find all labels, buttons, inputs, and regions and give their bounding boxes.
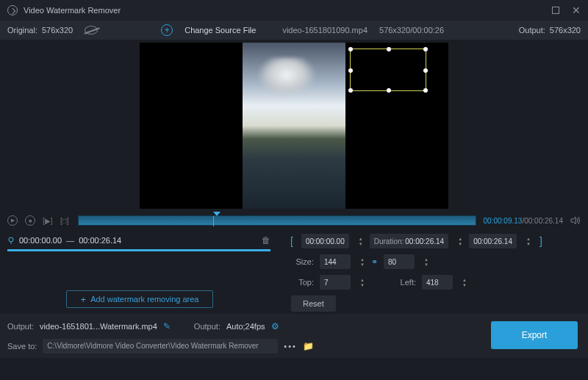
preview-area <box>0 40 588 212</box>
original-label: Original: <box>7 26 37 35</box>
close-button[interactable]: ✕ <box>572 6 581 15</box>
preview-toggle-icon[interactable] <box>85 26 98 35</box>
mark-in-button[interactable]: [▶] <box>43 216 53 225</box>
info-bar: Original: 576x320 + Change Source File v… <box>0 21 588 40</box>
segment-end: 00:00:26.14 <box>79 236 121 245</box>
parameters-panel: [ 00:00:00.00 ▲▼ Duration:00:00:26.14 ▲▼… <box>278 229 588 314</box>
segment-bar[interactable] <box>7 249 270 251</box>
footer-panel: Output: video-1651801...Watermark.mp4 ✎ … <box>0 314 588 358</box>
source-filename: video-1651801090.mp4 <box>282 26 368 35</box>
w-up[interactable]: ▲ <box>359 257 365 262</box>
dur-down[interactable]: ▼ <box>457 242 463 246</box>
left-input[interactable]: 418 <box>422 275 453 290</box>
l-up[interactable]: ▲ <box>462 278 467 282</box>
mark-out-button[interactable]: [□] <box>60 216 71 225</box>
play-button[interactable]: ▶ <box>7 215 18 226</box>
settings-icon[interactable]: ⚙ <box>271 321 279 331</box>
original-resolution: 576x320 <box>42 26 73 35</box>
change-source-button[interactable]: Change Source File <box>184 26 256 35</box>
reset-button[interactable]: Reset <box>291 295 336 312</box>
source-info: 576x320/00:00:26 <box>379 26 444 35</box>
output-label: Output: <box>519 26 545 35</box>
start-up[interactable]: ▲ <box>358 237 364 241</box>
app-title: Video Watermark Remover <box>24 6 121 15</box>
top-input[interactable]: 7 <box>320 275 351 290</box>
h-up[interactable]: ▲ <box>423 257 429 262</box>
browse-button[interactable]: ••• <box>284 342 297 351</box>
export-button[interactable]: Export <box>491 321 578 349</box>
output-filename: video-1651801...Watermark.mp4 <box>40 322 157 331</box>
time-display: 00:00:09.13/00:00:26.14 <box>484 217 563 225</box>
size-label: Size: <box>288 257 314 266</box>
timeline-slider[interactable] <box>78 215 476 226</box>
player-controls: ▶ ■ [▶] [□] 00:00:09.13/00:00:26.14 <box>0 212 588 229</box>
left-label: Left: <box>390 278 416 287</box>
bracket-out-button[interactable]: ] <box>537 235 545 247</box>
output-file-label: Output: <box>7 322 34 331</box>
save-path-input[interactable]: C:\Vidmore\Vidmore Video Converter\Video… <box>43 339 278 354</box>
title-bar: Video Watermark Remover ✕ <box>0 0 588 21</box>
w-down[interactable]: ▼ <box>359 262 365 267</box>
segment-start: 00:00:00.00 <box>19 236 62 245</box>
stop-button[interactable]: ■ <box>25 215 35 226</box>
add-source-icon[interactable]: + <box>161 24 173 36</box>
selection-box[interactable] <box>350 49 426 91</box>
save-to-label: Save to: <box>7 342 37 351</box>
video-canvas[interactable] <box>140 43 448 209</box>
app-icon <box>7 5 18 15</box>
delete-segment-icon[interactable]: 🗑 <box>262 235 270 245</box>
start-down[interactable]: ▼ <box>358 242 364 246</box>
svg-point-0 <box>9 237 13 242</box>
aspect-lock-icon[interactable]: ⚭ <box>371 257 378 267</box>
l-down[interactable]: ▼ <box>462 283 467 287</box>
output-resolution: 576x320 <box>550 26 581 35</box>
open-folder-icon[interactable]: 📁 <box>303 341 314 351</box>
output-format-label: Output: <box>194 322 220 331</box>
end-up[interactable]: ▲ <box>526 237 531 241</box>
h-down[interactable]: ▼ <box>423 262 429 267</box>
segments-panel: 00:00:00.00 — 00:00:26.14 🗑 + Add waterm… <box>0 229 278 314</box>
height-input[interactable]: 80 <box>384 254 415 269</box>
t-up[interactable]: ▲ <box>359 278 365 282</box>
resize-handle-nw[interactable] <box>348 47 353 51</box>
resize-handle-se[interactable] <box>423 88 428 93</box>
end-down[interactable]: ▼ <box>526 242 531 246</box>
end-time-input[interactable]: 00:00:26.14 <box>469 234 517 248</box>
volume-icon[interactable] <box>570 216 581 225</box>
resize-handle-e[interactable] <box>423 68 428 73</box>
top-label: Top: <box>288 278 314 287</box>
add-area-button[interactable]: + Add watermark removing area <box>66 290 213 308</box>
segment-row[interactable]: 00:00:00.00 — 00:00:26.14 🗑 <box>7 234 270 247</box>
video-frame <box>243 43 345 209</box>
resize-handle-ne[interactable] <box>423 47 428 51</box>
output-format: Auto;24fps <box>226 322 265 331</box>
edit-filename-icon[interactable]: ✎ <box>163 321 171 331</box>
t-down[interactable]: ▼ <box>359 283 365 287</box>
start-time-input[interactable]: 00:00:00.00 <box>301 234 349 248</box>
resize-handle-sw[interactable] <box>348 88 353 93</box>
resize-handle-s[interactable] <box>387 88 391 93</box>
duration-input[interactable]: Duration:00:00:26.14 <box>370 234 448 248</box>
resize-handle-n[interactable] <box>387 47 391 51</box>
segment-sep: — <box>66 236 74 245</box>
maximize-button[interactable] <box>551 6 560 15</box>
width-input[interactable]: 144 <box>320 254 351 269</box>
bracket-in-button[interactable]: [ <box>288 235 295 247</box>
resize-handle-w[interactable] <box>348 68 353 73</box>
playhead-marker[interactable] <box>213 212 220 216</box>
dur-up[interactable]: ▲ <box>457 237 463 241</box>
pin-icon <box>7 237 15 244</box>
